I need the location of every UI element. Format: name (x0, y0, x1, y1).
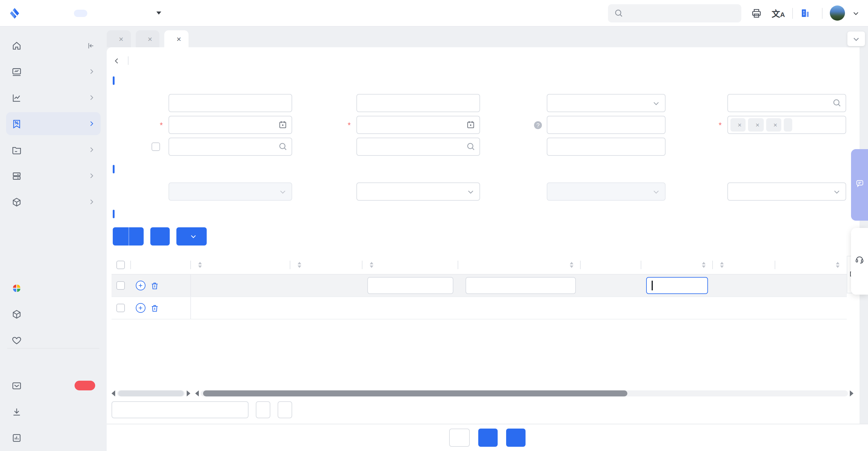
row-checkbox[interactable] (116, 304, 125, 312)
nav-new-retail[interactable] (92, 9, 105, 17)
actions-dropdown-button[interactable] (176, 227, 207, 245)
weekday-chip-mon[interactable]: × (731, 118, 746, 131)
weekday-chips[interactable]: × × × (727, 116, 846, 134)
except-store-input[interactable] (727, 94, 846, 112)
close-icon[interactable]: × (738, 121, 742, 128)
scroll-left-icon[interactable] (195, 390, 199, 396)
nav-inventory[interactable] (56, 9, 69, 17)
activity-type-select[interactable] (168, 182, 292, 201)
activity-store-select[interactable] (547, 94, 665, 112)
nav-archives[interactable] (128, 9, 142, 17)
close-icon[interactable]: × (148, 34, 152, 43)
sort-icon[interactable] (298, 262, 301, 268)
col-unit[interactable] (713, 256, 775, 274)
sidebar-item-business[interactable] (6, 60, 101, 83)
sidebar-item-home[interactable] (6, 34, 101, 57)
scroll-right-icon[interactable] (187, 390, 190, 396)
sidebar-item-app-market[interactable] (6, 276, 101, 299)
config-mode-select[interactable] (356, 182, 480, 201)
sort-icon[interactable] (198, 262, 202, 268)
tab-commission-plan[interactable]: × (135, 30, 159, 47)
sidebar-item-shelf[interactable] (6, 164, 101, 187)
row-checkbox[interactable] (116, 281, 125, 290)
customer-service-button[interactable] (851, 228, 868, 295)
delete-row-icon[interactable] (150, 303, 159, 312)
scroll-left-icon[interactable] (112, 390, 115, 396)
delete-row-icon[interactable] (150, 281, 159, 290)
add-row-icon[interactable]: + (136, 303, 145, 313)
promo-mode-select[interactable] (547, 182, 665, 201)
close-icon[interactable]: × (755, 121, 760, 128)
promo-price-input[interactable] (646, 277, 708, 294)
collapse-sidebar-icon[interactable] (86, 41, 95, 50)
prev-button[interactable] (256, 401, 270, 418)
doc-no-input[interactable] (168, 94, 292, 112)
sidebar-item-promotion[interactable] (6, 112, 101, 135)
sidebar-item-analysis[interactable] (6, 86, 101, 109)
export-button[interactable] (150, 227, 170, 245)
help-center-button[interactable] (851, 149, 868, 221)
weekday-chip-tue[interactable]: × (748, 118, 764, 131)
weekday-chip-wed[interactable]: × (766, 118, 782, 131)
col-code[interactable] (191, 256, 290, 274)
promo-scope-select[interactable] (727, 182, 846, 201)
next-button[interactable] (278, 401, 292, 418)
sidebar-item-inbox[interactable] (6, 374, 101, 397)
scroll-right-icon[interactable] (850, 390, 854, 396)
close-icon[interactable]: × (773, 121, 777, 128)
tab-third-party-label[interactable]: × (107, 30, 131, 47)
col-barcode[interactable] (290, 256, 363, 274)
except-date-input[interactable] (547, 116, 665, 134)
weekday-chip-more[interactable] (784, 118, 793, 131)
col-seq[interactable] (164, 256, 191, 274)
nav-more[interactable] (147, 8, 168, 18)
add-row-icon[interactable]: + (136, 281, 145, 290)
member-only-checkbox[interactable] (152, 143, 160, 151)
nav-reports[interactable] (110, 9, 124, 17)
sort-icon[interactable] (370, 262, 373, 268)
close-icon[interactable]: × (176, 34, 181, 43)
sidebar-item-downloads[interactable] (6, 400, 101, 423)
sort-icon[interactable] (836, 262, 839, 268)
printer-icon[interactable] (751, 7, 762, 19)
fixed-columns-scrollbar[interactable] (112, 390, 190, 396)
goods-locate-input[interactable] (112, 401, 249, 418)
remark-input[interactable] (547, 138, 665, 156)
sidebar-item-custom-app[interactable] (6, 302, 101, 326)
sidebar-item-files[interactable] (6, 426, 101, 449)
table-horizontal-scrollbar[interactable] (195, 390, 854, 396)
col-period[interactable] (458, 256, 581, 274)
save-button[interactable] (478, 428, 498, 447)
help-icon[interactable]: ? (534, 121, 542, 129)
select-all-checkbox[interactable] (116, 261, 125, 269)
save-and-audit-button[interactable] (506, 428, 526, 447)
cancel-button[interactable] (449, 428, 470, 447)
col-name[interactable] (363, 256, 458, 274)
close-icon[interactable]: × (119, 34, 123, 43)
promo-schedule-input[interactable] (356, 138, 480, 156)
sort-icon[interactable] (720, 262, 724, 268)
member-select-input[interactable] (168, 138, 292, 156)
batch-add-button[interactable] (113, 227, 128, 245)
translate-icon[interactable]: 文A (772, 7, 785, 19)
sidebar-item-settings[interactable] (6, 138, 101, 161)
sort-icon[interactable] (570, 262, 574, 268)
scrollbar-thumb[interactable] (203, 390, 627, 396)
activity-name-input[interactable] (356, 94, 480, 112)
function-search[interactable] (608, 4, 741, 22)
period-input[interactable] (466, 277, 576, 294)
sort-icon[interactable] (702, 262, 706, 268)
batch-add-more-button[interactable] (128, 227, 144, 245)
name-input[interactable] (367, 277, 454, 294)
tab-period-promotion[interactable]: × (164, 30, 188, 47)
search-input[interactable] (627, 8, 735, 18)
start-time-input[interactable] (168, 116, 292, 134)
nav-finance[interactable] (38, 9, 51, 17)
col-std-price[interactable] (775, 256, 847, 274)
col-price[interactable] (641, 256, 713, 274)
sidebar-item-service-desk[interactable] (6, 190, 101, 213)
tab-list-dropdown[interactable] (847, 32, 865, 46)
end-time-input[interactable] (356, 116, 480, 134)
back-button[interactable] (113, 57, 123, 65)
nav-retail[interactable] (74, 9, 87, 17)
